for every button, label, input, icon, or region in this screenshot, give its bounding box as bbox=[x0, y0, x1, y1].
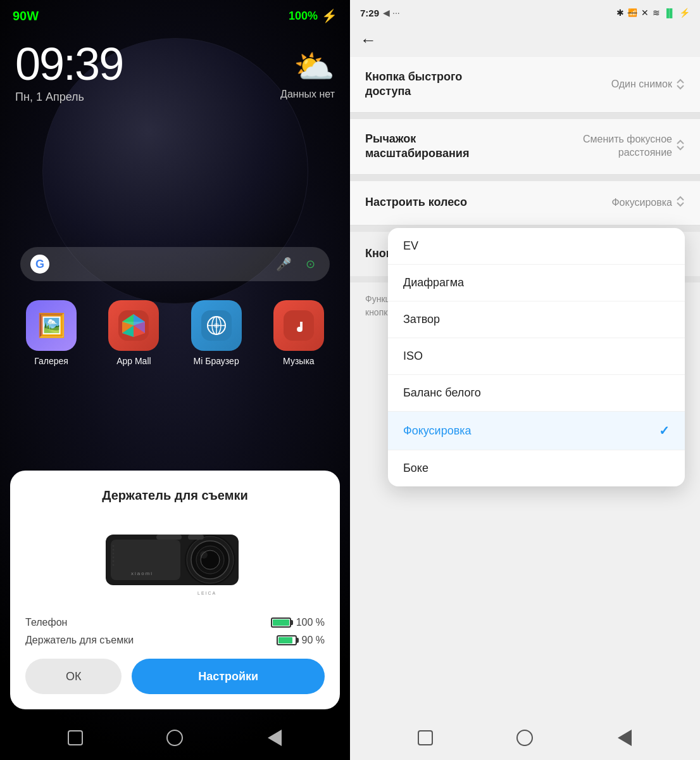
chevron-updown-1 bbox=[676, 79, 685, 90]
triangle-dark-icon bbox=[618, 730, 632, 746]
status-bar-right: 7:29 ◀ ··· ✱ 📶 ✕ ≋ ▐▌ ⚡ bbox=[350, 0, 700, 25]
search-bar[interactable]: G 🎤 ⊙ bbox=[20, 247, 330, 281]
ok-button[interactable]: ОК bbox=[25, 659, 122, 694]
dialog-image: xiaomi LEICA bbox=[25, 516, 325, 604]
nav-home-right[interactable] bbox=[513, 726, 536, 749]
dialog-info: Телефон 100 % Держатель для съемки 90 % bbox=[25, 617, 325, 646]
camera-device-svg: xiaomi LEICA bbox=[99, 522, 251, 598]
weather-icon: ⛅ bbox=[280, 48, 335, 86]
triangle-icon bbox=[268, 730, 282, 746]
configure-wheel-value: Фокусировка bbox=[611, 196, 685, 210]
zoom-lever-label: Рычажок масштабирования bbox=[365, 132, 492, 162]
app-item-gallery[interactable]: 🖼️ Галерея bbox=[26, 300, 77, 366]
zoom-lever-value: Сменить фокусное расстояние bbox=[571, 133, 685, 160]
svg-point-16 bbox=[297, 327, 302, 332]
nav-arrow-icon: ◀ bbox=[383, 8, 390, 18]
dropdown-item-zatvor[interactable]: Затвор bbox=[388, 301, 685, 338]
camera-holder-dialog: Держатель для съемки xiaomi bbox=[10, 471, 340, 709]
nav-square-left[interactable] bbox=[64, 726, 87, 749]
chevron-updown-3 bbox=[676, 196, 685, 210]
svg-point-23 bbox=[112, 557, 114, 559]
settings-item-quick-access[interactable]: Кнопка быстрого доступа Один снимок bbox=[350, 57, 700, 113]
dropdown-item-diafragma[interactable]: Диафрагма bbox=[388, 265, 685, 301]
weather-text: Данных нет bbox=[280, 89, 335, 100]
mic-icon[interactable]: 🎤 bbox=[274, 255, 293, 274]
appmall-icon bbox=[108, 300, 159, 351]
battery-right: 100% ⚡ bbox=[289, 8, 337, 23]
dropdown-item-balance[interactable]: Баланс белого bbox=[388, 375, 685, 412]
dropdown-item-focus[interactable]: Фокусировка ✓ bbox=[388, 412, 685, 450]
settings-item-zoom-lever[interactable]: Рычажок масштабирования Сменить фокусное… bbox=[350, 119, 700, 175]
phone-battery-percent: 100 % bbox=[296, 617, 325, 628]
dropdown-item-iso[interactable]: ISO bbox=[388, 338, 685, 375]
dropdown-boke-label: Боке bbox=[403, 462, 428, 475]
lens-icon[interactable]: ⊙ bbox=[301, 255, 320, 274]
nav-back-right[interactable] bbox=[613, 726, 636, 749]
app-row: 🖼️ Галерея bbox=[0, 300, 350, 366]
gallery-label: Галерея bbox=[34, 356, 68, 366]
nav-home-left[interactable] bbox=[163, 726, 186, 749]
svg-point-32 bbox=[200, 551, 208, 559]
google-logo: G bbox=[30, 255, 49, 274]
holder-battery-row: Держатель для съемки 90 % bbox=[25, 635, 325, 646]
back-area[interactable]: ← bbox=[360, 30, 377, 50]
gallery-icon: 🖼️ bbox=[26, 300, 77, 351]
battery-percent-left: 100% bbox=[289, 10, 318, 23]
holder-battery-percent: 90 % bbox=[302, 635, 325, 646]
status-icons-right: ✱ 📶 ✕ ≋ ▐▌ ⚡ bbox=[616, 8, 690, 18]
phone-battery-fill bbox=[273, 619, 289, 626]
status-bar-left: 90W 100% ⚡ bbox=[0, 0, 350, 32]
dropdown-item-boke[interactable]: Боке bbox=[388, 450, 685, 486]
back-arrow-icon[interactable]: ← bbox=[360, 30, 377, 49]
dialog-buttons: ОК Настройки bbox=[25, 659, 325, 694]
configure-wheel-label: Настроить колесо bbox=[365, 195, 467, 210]
bolt-icon: ⚡ bbox=[322, 8, 337, 23]
svg-text:LEICA: LEICA bbox=[197, 591, 216, 595]
clock-area: 09:39 Пн, 1 Апрель bbox=[15, 41, 123, 104]
music-label: Музыка bbox=[283, 356, 315, 366]
dropdown-zatvor-label: Затвор bbox=[403, 313, 440, 326]
quick-access-value-text: Один снимок bbox=[611, 79, 672, 90]
clock-date: Пн, 1 Апрель bbox=[15, 91, 123, 104]
dropdown-diafragma-label: Диафрагма bbox=[403, 276, 464, 289]
dropdown-item-ev[interactable]: EV bbox=[388, 228, 685, 265]
dialog-title: Держатель для съемки bbox=[25, 488, 325, 503]
svg-rect-33 bbox=[156, 535, 182, 540]
bluetooth-icon: ✱ bbox=[616, 8, 624, 18]
svg-point-20 bbox=[112, 545, 114, 547]
cross-icon: ✕ bbox=[641, 8, 649, 18]
settings-item-configure-wheel[interactable]: Настроить колесо Фокусировка bbox=[350, 181, 700, 225]
dropdown-balance-label: Баланс белого bbox=[403, 386, 481, 400]
holder-label: Держатель для съемки bbox=[25, 635, 134, 646]
separator-2 bbox=[350, 175, 700, 181]
app-item-music[interactable]: Музыка bbox=[273, 300, 324, 366]
clock-time: 09:39 bbox=[15, 41, 123, 87]
svg-rect-34 bbox=[188, 535, 204, 540]
svg-point-22 bbox=[112, 553, 114, 555]
nav-back-left[interactable] bbox=[263, 726, 286, 749]
app-item-appmall[interactable]: App Mall bbox=[108, 300, 159, 366]
circle-icon bbox=[166, 730, 183, 746]
left-panel: 90W 100% ⚡ 09:39 Пн, 1 Апрель ⛅ Данных н… bbox=[0, 0, 350, 760]
circle-dark-icon bbox=[516, 730, 533, 746]
charging-label: 90W bbox=[13, 9, 39, 23]
svg-point-24 bbox=[112, 560, 114, 562]
battery-full-icon: ▐▌ bbox=[664, 8, 675, 18]
svg-point-25 bbox=[112, 564, 114, 566]
wifi-icon: ≋ bbox=[653, 8, 660, 18]
phone-battery-value: 100 % bbox=[271, 617, 325, 628]
mibrowser-icon bbox=[191, 300, 242, 351]
app-item-mibrowser[interactable]: Mi Браузер bbox=[191, 300, 242, 366]
dropdown-ev-label: EV bbox=[403, 239, 418, 253]
dropdown-focus-label: Фокусировка bbox=[403, 424, 472, 438]
svg-rect-15 bbox=[284, 310, 314, 341]
dots-icon: ··· bbox=[392, 8, 400, 18]
signal-off-icon: 📶 bbox=[628, 8, 637, 17]
svg-point-14 bbox=[214, 323, 219, 328]
holder-battery-bar bbox=[277, 635, 297, 645]
nav-square-right[interactable] bbox=[414, 726, 437, 749]
status-time: 7:29 bbox=[360, 8, 379, 18]
appmall-label: App Mall bbox=[116, 356, 151, 366]
quick-access-value: Один снимок bbox=[611, 79, 685, 90]
settings-button[interactable]: Настройки bbox=[132, 659, 325, 694]
